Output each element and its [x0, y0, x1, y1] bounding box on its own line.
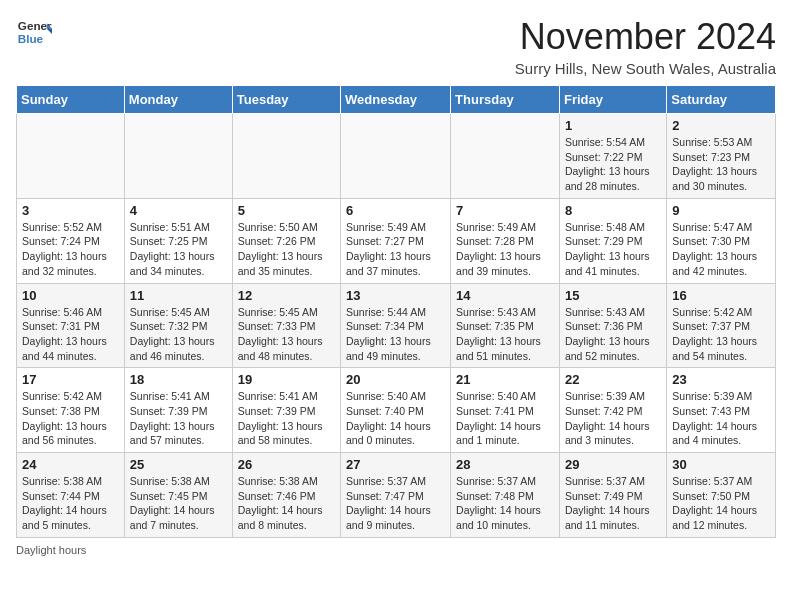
- footer-note: Daylight hours: [16, 544, 776, 556]
- day-info: Sunrise: 5:38 AM Sunset: 7:45 PM Dayligh…: [130, 474, 227, 533]
- calendar-cell: 7Sunrise: 5:49 AM Sunset: 7:28 PM Daylig…: [451, 198, 560, 283]
- day-info: Sunrise: 5:38 AM Sunset: 7:46 PM Dayligh…: [238, 474, 335, 533]
- calendar-cell: 10Sunrise: 5:46 AM Sunset: 7:31 PM Dayli…: [17, 283, 125, 368]
- calendar-cell: 20Sunrise: 5:40 AM Sunset: 7:40 PM Dayli…: [341, 368, 451, 453]
- day-info: Sunrise: 5:41 AM Sunset: 7:39 PM Dayligh…: [238, 389, 335, 448]
- day-number: 12: [238, 288, 335, 303]
- day-number: 29: [565, 457, 661, 472]
- day-info: Sunrise: 5:48 AM Sunset: 7:29 PM Dayligh…: [565, 220, 661, 279]
- day-number: 4: [130, 203, 227, 218]
- calendar-week-row: 24Sunrise: 5:38 AM Sunset: 7:44 PM Dayli…: [17, 453, 776, 538]
- day-info: Sunrise: 5:53 AM Sunset: 7:23 PM Dayligh…: [672, 135, 770, 194]
- calendar-day-header: Thursday: [451, 86, 560, 114]
- calendar-cell: 2Sunrise: 5:53 AM Sunset: 7:23 PM Daylig…: [667, 114, 776, 199]
- calendar-cell: 1Sunrise: 5:54 AM Sunset: 7:22 PM Daylig…: [559, 114, 666, 199]
- calendar-cell: 28Sunrise: 5:37 AM Sunset: 7:48 PM Dayli…: [451, 453, 560, 538]
- calendar-cell: 5Sunrise: 5:50 AM Sunset: 7:26 PM Daylig…: [232, 198, 340, 283]
- day-number: 2: [672, 118, 770, 133]
- calendar-day-header: Friday: [559, 86, 666, 114]
- calendar-cell: 24Sunrise: 5:38 AM Sunset: 7:44 PM Dayli…: [17, 453, 125, 538]
- day-number: 8: [565, 203, 661, 218]
- day-number: 6: [346, 203, 445, 218]
- calendar-cell: 17Sunrise: 5:42 AM Sunset: 7:38 PM Dayli…: [17, 368, 125, 453]
- calendar-cell: 27Sunrise: 5:37 AM Sunset: 7:47 PM Dayli…: [341, 453, 451, 538]
- day-number: 18: [130, 372, 227, 387]
- day-info: Sunrise: 5:54 AM Sunset: 7:22 PM Dayligh…: [565, 135, 661, 194]
- day-info: Sunrise: 5:43 AM Sunset: 7:36 PM Dayligh…: [565, 305, 661, 364]
- calendar-cell: 3Sunrise: 5:52 AM Sunset: 7:24 PM Daylig…: [17, 198, 125, 283]
- day-number: 28: [456, 457, 554, 472]
- day-number: 13: [346, 288, 445, 303]
- calendar-cell: [124, 114, 232, 199]
- calendar-cell: 6Sunrise: 5:49 AM Sunset: 7:27 PM Daylig…: [341, 198, 451, 283]
- day-number: 19: [238, 372, 335, 387]
- header: General Blue November 2024 Surry Hills, …: [16, 16, 776, 77]
- day-number: 27: [346, 457, 445, 472]
- calendar-week-row: 3Sunrise: 5:52 AM Sunset: 7:24 PM Daylig…: [17, 198, 776, 283]
- day-number: 5: [238, 203, 335, 218]
- day-info: Sunrise: 5:50 AM Sunset: 7:26 PM Dayligh…: [238, 220, 335, 279]
- day-number: 15: [565, 288, 661, 303]
- day-info: Sunrise: 5:37 AM Sunset: 7:50 PM Dayligh…: [672, 474, 770, 533]
- calendar-cell: [232, 114, 340, 199]
- day-info: Sunrise: 5:45 AM Sunset: 7:32 PM Dayligh…: [130, 305, 227, 364]
- calendar-cell: 8Sunrise: 5:48 AM Sunset: 7:29 PM Daylig…: [559, 198, 666, 283]
- calendar-cell: 9Sunrise: 5:47 AM Sunset: 7:30 PM Daylig…: [667, 198, 776, 283]
- logo: General Blue: [16, 16, 52, 52]
- day-number: 20: [346, 372, 445, 387]
- day-number: 11: [130, 288, 227, 303]
- day-info: Sunrise: 5:45 AM Sunset: 7:33 PM Dayligh…: [238, 305, 335, 364]
- day-number: 30: [672, 457, 770, 472]
- day-info: Sunrise: 5:37 AM Sunset: 7:49 PM Dayligh…: [565, 474, 661, 533]
- day-number: 14: [456, 288, 554, 303]
- calendar-cell: [341, 114, 451, 199]
- day-number: 22: [565, 372, 661, 387]
- calendar: SundayMondayTuesdayWednesdayThursdayFrid…: [16, 85, 776, 538]
- day-info: Sunrise: 5:49 AM Sunset: 7:27 PM Dayligh…: [346, 220, 445, 279]
- calendar-cell: 19Sunrise: 5:41 AM Sunset: 7:39 PM Dayli…: [232, 368, 340, 453]
- calendar-day-header: Tuesday: [232, 86, 340, 114]
- day-info: Sunrise: 5:46 AM Sunset: 7:31 PM Dayligh…: [22, 305, 119, 364]
- calendar-cell: 21Sunrise: 5:40 AM Sunset: 7:41 PM Dayli…: [451, 368, 560, 453]
- day-info: Sunrise: 5:37 AM Sunset: 7:48 PM Dayligh…: [456, 474, 554, 533]
- day-number: 10: [22, 288, 119, 303]
- calendar-header-row: SundayMondayTuesdayWednesdayThursdayFrid…: [17, 86, 776, 114]
- day-info: Sunrise: 5:49 AM Sunset: 7:28 PM Dayligh…: [456, 220, 554, 279]
- day-info: Sunrise: 5:40 AM Sunset: 7:40 PM Dayligh…: [346, 389, 445, 448]
- day-number: 7: [456, 203, 554, 218]
- day-info: Sunrise: 5:40 AM Sunset: 7:41 PM Dayligh…: [456, 389, 554, 448]
- calendar-cell: 12Sunrise: 5:45 AM Sunset: 7:33 PM Dayli…: [232, 283, 340, 368]
- calendar-cell: 13Sunrise: 5:44 AM Sunset: 7:34 PM Dayli…: [341, 283, 451, 368]
- calendar-cell: 30Sunrise: 5:37 AM Sunset: 7:50 PM Dayli…: [667, 453, 776, 538]
- day-info: Sunrise: 5:39 AM Sunset: 7:43 PM Dayligh…: [672, 389, 770, 448]
- day-number: 24: [22, 457, 119, 472]
- day-info: Sunrise: 5:37 AM Sunset: 7:47 PM Dayligh…: [346, 474, 445, 533]
- calendar-cell: 26Sunrise: 5:38 AM Sunset: 7:46 PM Dayli…: [232, 453, 340, 538]
- day-number: 17: [22, 372, 119, 387]
- calendar-cell: 11Sunrise: 5:45 AM Sunset: 7:32 PM Dayli…: [124, 283, 232, 368]
- daylight-hours-label: Daylight hours: [16, 544, 86, 556]
- day-number: 1: [565, 118, 661, 133]
- calendar-week-row: 1Sunrise: 5:54 AM Sunset: 7:22 PM Daylig…: [17, 114, 776, 199]
- main-title: November 2024: [515, 16, 776, 58]
- calendar-cell: 23Sunrise: 5:39 AM Sunset: 7:43 PM Dayli…: [667, 368, 776, 453]
- day-info: Sunrise: 5:39 AM Sunset: 7:42 PM Dayligh…: [565, 389, 661, 448]
- day-info: Sunrise: 5:47 AM Sunset: 7:30 PM Dayligh…: [672, 220, 770, 279]
- day-number: 9: [672, 203, 770, 218]
- day-number: 21: [456, 372, 554, 387]
- calendar-cell: 16Sunrise: 5:42 AM Sunset: 7:37 PM Dayli…: [667, 283, 776, 368]
- calendar-day-header: Monday: [124, 86, 232, 114]
- day-info: Sunrise: 5:42 AM Sunset: 7:38 PM Dayligh…: [22, 389, 119, 448]
- title-section: November 2024 Surry Hills, New South Wal…: [515, 16, 776, 77]
- day-info: Sunrise: 5:43 AM Sunset: 7:35 PM Dayligh…: [456, 305, 554, 364]
- day-number: 25: [130, 457, 227, 472]
- calendar-cell: [451, 114, 560, 199]
- day-info: Sunrise: 5:38 AM Sunset: 7:44 PM Dayligh…: [22, 474, 119, 533]
- calendar-cell: 15Sunrise: 5:43 AM Sunset: 7:36 PM Dayli…: [559, 283, 666, 368]
- calendar-cell: 14Sunrise: 5:43 AM Sunset: 7:35 PM Dayli…: [451, 283, 560, 368]
- day-number: 3: [22, 203, 119, 218]
- day-info: Sunrise: 5:51 AM Sunset: 7:25 PM Dayligh…: [130, 220, 227, 279]
- day-info: Sunrise: 5:42 AM Sunset: 7:37 PM Dayligh…: [672, 305, 770, 364]
- calendar-cell: 25Sunrise: 5:38 AM Sunset: 7:45 PM Dayli…: [124, 453, 232, 538]
- calendar-week-row: 10Sunrise: 5:46 AM Sunset: 7:31 PM Dayli…: [17, 283, 776, 368]
